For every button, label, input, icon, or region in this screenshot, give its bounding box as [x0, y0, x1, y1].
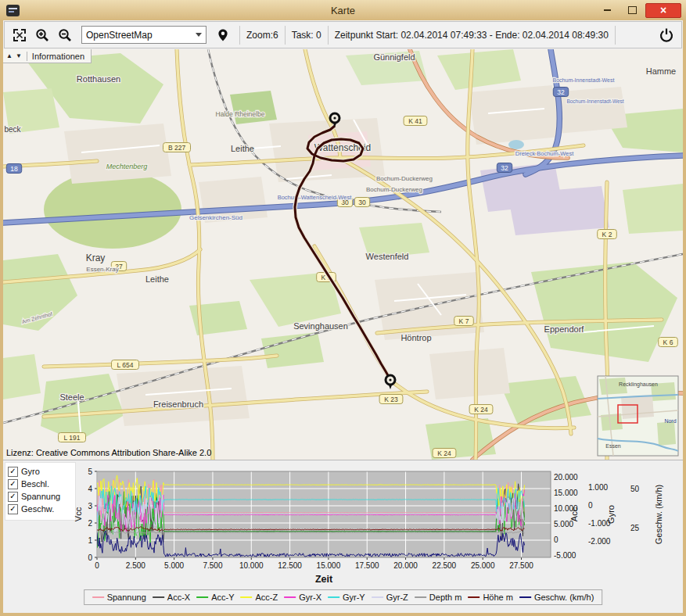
close-button[interactable]: × [645, 3, 681, 18]
legend-label: Acc-X [167, 593, 190, 602]
legend-swatch [328, 596, 339, 598]
svg-text:K 24: K 24 [474, 406, 488, 414]
fit-map-button[interactable] [9, 25, 30, 45]
svg-text:K 24: K 24 [437, 449, 451, 457]
gyro-tick-label: -2.000 [588, 537, 611, 546]
map-label: Gelsenkirchen-Süd [189, 214, 242, 221]
svg-text:32: 32 [501, 164, 508, 172]
map-label: Steele [59, 392, 84, 402]
toolbar: OpenStreetMap Zoom:6 Task: 0 Zeitpunkt S… [4, 21, 682, 48]
x-tick-label: 17.500 [355, 561, 379, 570]
legend-label: Acc-Y [211, 593, 234, 602]
road-badge: K 23 [379, 395, 403, 404]
legend-item: Gyr-Y [328, 593, 365, 602]
legend-item: Gyr-Z [372, 593, 408, 602]
vcc-tick-label: 3 [88, 502, 92, 510]
svg-text:K 7: K 7 [459, 317, 469, 325]
map-label: Bochum-Innenstadt-West [553, 77, 615, 83]
fit-screen-icon [13, 28, 27, 42]
legend-label: Depth m [429, 593, 462, 602]
svg-text:K 6: K 6 [663, 338, 673, 346]
map-label: Halde Rheinelbe [216, 110, 265, 118]
road-badge: K 6 [659, 338, 678, 347]
minimize-button[interactable] [595, 3, 619, 18]
road-badge: K 24 [433, 449, 456, 458]
legend-label: Gyr-Y [343, 593, 365, 602]
divider [27, 52, 27, 61]
legend-swatch [284, 596, 296, 598]
map-label: Höntrop [400, 333, 431, 342]
legend-swatch [468, 596, 479, 598]
x-tick-label: 5.000 [164, 561, 184, 570]
x-tick-label: 10.000 [239, 561, 264, 570]
power-button[interactable] [656, 25, 677, 45]
legend-label: Spannung [107, 593, 146, 602]
toolbar-separator [328, 26, 329, 45]
zoom-in-icon [35, 28, 49, 42]
minimap-label: Recklinghausen [619, 381, 658, 388]
map-pond [508, 140, 524, 149]
maximize-button[interactable] [620, 3, 644, 18]
x-axis-title: Zeit [315, 574, 333, 585]
legend-swatch [519, 596, 531, 598]
legend-label: Acc-Z [256, 593, 278, 602]
svg-text:32: 32 [557, 88, 565, 96]
acc-tick-label: -5.000 [554, 551, 576, 560]
titlebar[interactable]: Karte × [0, 0, 686, 20]
minimize-icon [604, 9, 611, 11]
acc-tick-label: 20.000 [554, 473, 578, 482]
map-container[interactable]: B 22718K 413030323227K 9L 654K 23K 7K 24… [3, 49, 683, 460]
road-badge: K 24 [469, 405, 493, 414]
app-icon[interactable] [6, 5, 20, 16]
sensor-chart[interactable]: 02.5005.0007.50010.00012.50015.00017.500… [3, 468, 683, 589]
x-tick-label: 12.500 [278, 561, 302, 570]
map-label: beck [4, 125, 21, 134]
collapse-up-icon[interactable]: ▲ [6, 53, 13, 59]
legend-item: Spannung [92, 593, 146, 602]
map-label: Bochum-Wattenscheid-West [278, 194, 353, 201]
map-label: Kray [86, 252, 106, 263]
gyro-tick-label: 1.000 [588, 483, 608, 492]
zoom-level-label: Zoom:6 [246, 30, 278, 41]
legend-item: Höhe m [468, 593, 513, 602]
time-range-label: Zeitpunkt Start: 02.04.2014 07:49:33 - E… [335, 30, 609, 41]
map-label: Dreieck Bochum-West [515, 150, 574, 157]
legend-swatch [372, 596, 383, 598]
speed-axis-title: Geschw. (km/h) [654, 485, 663, 544]
x-tick-label: 27.500 [509, 561, 533, 570]
marker-button[interactable] [213, 25, 233, 45]
minimap-label: Essen [605, 443, 621, 449]
road-badge: K 7 [454, 317, 474, 326]
zoom-in-button[interactable] [32, 25, 52, 45]
map-label: Leithe [145, 274, 169, 284]
maximize-icon [628, 6, 637, 14]
map-label: Essen-Kray [86, 266, 118, 273]
x-tick-label: 20.000 [393, 561, 418, 570]
map-label: Bochum-Innenstadt-West [566, 98, 623, 104]
minimap-label: Nord [664, 418, 676, 424]
svg-text:B 227: B 227 [168, 144, 185, 152]
road-badge: 32 [497, 163, 512, 173]
map-label: Leithe [231, 144, 254, 153]
zoom-out-button[interactable] [55, 25, 75, 45]
vcc-axis-title: Vcc [74, 507, 83, 521]
collapse-down-icon[interactable]: ▼ [16, 53, 22, 59]
map-canvas[interactable]: B 22718K 413030323227K 9L 654K 23K 7K 24… [3, 49, 683, 460]
x-tick-label: 7.500 [203, 561, 222, 570]
map-pin-icon [216, 28, 230, 42]
overview-minimap[interactable]: RecklinghausenEssenNord [598, 376, 678, 456]
window-title: Karte [0, 5, 686, 16]
svg-text:K 23: K 23 [384, 396, 398, 403]
svg-text:18: 18 [10, 165, 18, 173]
map-label: Bochum-Duckerweg [376, 175, 433, 182]
x-tick-label: 25.000 [471, 561, 495, 570]
gyro-axis-title: Gyro [606, 505, 616, 524]
vcc-tick-label: 2 [88, 519, 92, 528]
legend-label: Geschw. (km/h) [534, 593, 594, 602]
road-badge: 30 [354, 198, 369, 207]
road-badge: L 654 [112, 360, 139, 370]
layer-select[interactable]: OpenStreetMap [81, 26, 207, 44]
map-label: Bochum-Duckerweg [366, 186, 422, 193]
task-label: Task: 0 [292, 30, 321, 41]
svg-text:L 654: L 654 [117, 361, 134, 369]
